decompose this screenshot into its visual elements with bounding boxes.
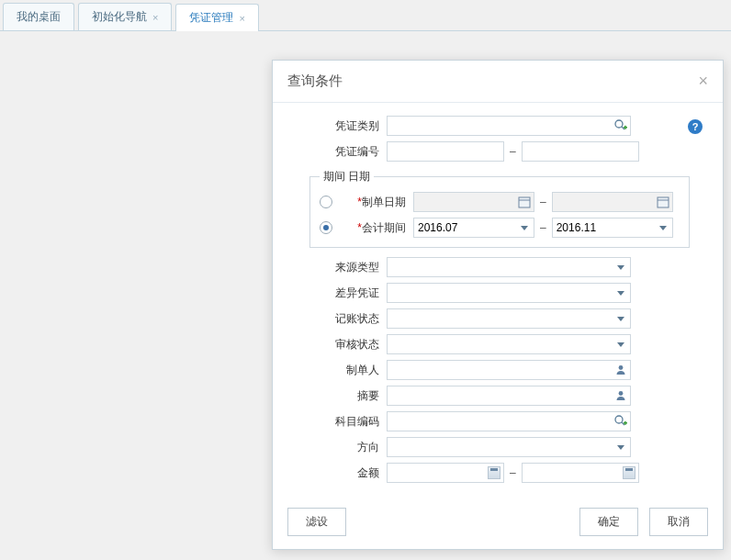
make-date-from[interactable] [413,192,534,212]
chevron-down-icon[interactable] [656,220,670,235]
period-date-group: 期间 日期 *制单日期 – [309,169,690,248]
dialog-title: 查询条件 [287,73,343,90]
voucher-type-input[interactable] [387,116,631,136]
legend-period-date: 期间 日期 [320,169,374,185]
chevron-down-icon[interactable] [613,440,628,454]
acct-period-from[interactable] [413,218,534,238]
radio-by-period[interactable] [320,221,332,234]
dialog-header: 查询条件 × [273,61,723,103]
svg-rect-3 [624,126,626,129]
amount-from[interactable] [387,463,504,483]
svg-rect-6 [658,197,669,207]
range-separator: – [540,221,546,234]
lookup-icon[interactable] [613,118,628,133]
label-direction: 方向 [289,440,387,455]
tab-voucher-manage[interactable]: 凭证管理 × [175,4,258,31]
label-acct-period: *会计期间 [338,220,413,236]
filter-button[interactable]: 滤设 [287,508,346,536]
range-separator: – [510,145,516,158]
ok-button[interactable]: 确定 [579,508,638,536]
audit-status-select[interactable] [387,334,631,354]
post-status-select[interactable] [387,308,631,329]
voucher-no-to[interactable] [522,141,639,162]
label-maker: 制单人 [289,363,387,378]
person-lookup-icon[interactable] [613,388,628,403]
label-amount: 金额 [289,465,387,481]
svg-point-9 [619,391,624,396]
svg-point-0 [615,120,623,128]
svg-point-8 [619,365,624,370]
svg-rect-13 [624,421,626,425]
tab-label: 初始化导航 [92,9,147,25]
acct-period-to[interactable] [552,218,673,238]
calendar-icon[interactable] [656,195,670,209]
maker-input[interactable] [387,360,631,380]
svg-point-10 [615,416,623,423]
help-icon[interactable]: ? [688,119,703,134]
query-dialog: 查询条件 × ? 凭证类别 凭证编号 – [272,60,724,550]
diff-voucher-select[interactable] [387,283,631,303]
chevron-down-icon[interactable] [613,286,628,300]
subject-code-input[interactable] [387,411,631,431]
label-diff-voucher: 差异凭证 [289,286,387,301]
label-make-date: *制单日期 [338,195,413,210]
calculator-icon[interactable] [487,465,501,480]
tab-init-nav[interactable]: 初始化导航 × [78,3,172,30]
chevron-down-icon[interactable] [613,311,628,326]
summary-input[interactable] [387,386,631,406]
close-icon[interactable]: × [239,13,244,24]
chevron-down-icon[interactable] [517,220,532,235]
tab-label: 我的桌面 [17,9,61,25]
range-separator: – [510,466,516,479]
label-summary: 摘要 [289,388,387,404]
radio-by-date[interactable] [320,196,332,208]
chevron-down-icon[interactable] [613,337,628,352]
person-lookup-icon[interactable] [613,363,628,377]
dialog-footer: 滤设 确定 取消 [273,498,723,549]
label-subject-code: 科目编码 [289,414,387,430]
close-icon[interactable]: × [152,12,158,23]
chevron-down-icon[interactable] [613,260,628,274]
make-date-to[interactable] [552,192,673,212]
tab-label: 凭证管理 [189,10,233,26]
tab-desktop[interactable]: 我的桌面 [3,3,74,30]
lookup-icon[interactable] [613,414,628,429]
label-voucher-type: 凭证类别 [289,118,387,134]
dialog-body: ? 凭证类别 凭证编号 – [273,103,723,498]
voucher-no-from[interactable] [387,141,504,162]
svg-rect-4 [519,197,530,207]
calendar-icon[interactable] [517,195,532,209]
label-audit-status: 审核状态 [289,337,387,353]
label-post-status: 记账状态 [289,311,387,327]
amount-to[interactable] [522,463,639,483]
range-separator: – [540,196,546,208]
cancel-button[interactable]: 取消 [649,508,708,536]
tab-bar: 我的桌面 初始化导航 × 凭证管理 × [0,0,731,31]
close-icon[interactable]: × [698,72,708,91]
label-source-type: 来源类型 [289,260,387,275]
label-voucher-no: 凭证编号 [289,144,387,160]
direction-select[interactable] [387,437,631,457]
source-type-select[interactable] [387,257,631,277]
calculator-icon[interactable] [622,465,636,480]
